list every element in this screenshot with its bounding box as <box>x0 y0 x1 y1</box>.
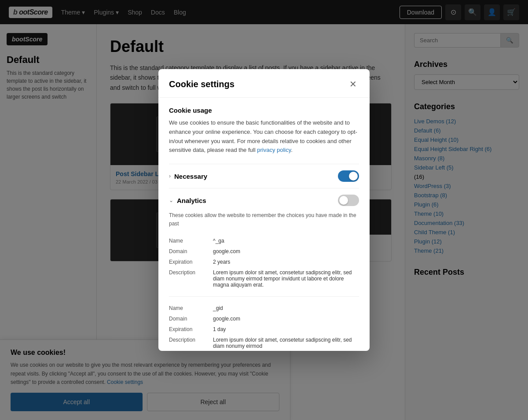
analytics-toggle[interactable] <box>338 195 359 206</box>
chevron-down-icon: ⌄ <box>169 197 173 203</box>
cookie-settings-modal: Cookie settings ✕ Cookie usage We use co… <box>158 69 370 351</box>
table-row: Name _gid <box>169 303 359 313</box>
privacy-policy-link[interactable]: privacy policy <box>257 147 291 153</box>
analytics-description: These cookies allow the website to remem… <box>169 211 359 228</box>
table-row: Description Lorem ipsum dolor sit amet, … <box>169 335 359 351</box>
necessary-accordion-header[interactable]: › Necessary <box>169 170 359 182</box>
table-row: Name ^_ga <box>169 236 359 246</box>
cookie-usage-text: We use cookies to ensure the basic funct… <box>169 118 359 155</box>
modal-title: Cookie settings <box>169 79 235 89</box>
cookie-domain-value: google.com <box>213 246 359 257</box>
table-row: Domain google.com <box>169 313 359 324</box>
cookie-table-ga: Name ^_ga Domain google.com Expiration 2… <box>169 236 359 290</box>
cookie-name-value: ^_ga <box>213 236 359 246</box>
cookie-desc-label: Description <box>169 335 213 351</box>
necessary-label-wrap: › Necessary <box>169 173 207 180</box>
cookie-expiration-value: 1 day <box>213 324 359 335</box>
cookie-name-label: Name <box>169 303 213 313</box>
chevron-right-icon: › <box>169 173 171 179</box>
necessary-section: › Necessary <box>169 164 359 188</box>
analytics-label: Analytics <box>177 197 206 204</box>
cookie-usage-title: Cookie usage <box>169 107 359 114</box>
cookie-table-gid: Name _gid Domain google.com Expiration 1… <box>169 303 359 351</box>
cookie-expiration-value: 2 years <box>213 257 359 267</box>
cookie-expiration-label: Expiration <box>169 257 213 267</box>
cookie-name-label: Name <box>169 236 213 246</box>
cookie-name-value: _gid <box>213 303 359 313</box>
modal-overlay: Cookie settings ✕ Cookie usage We use co… <box>0 0 528 420</box>
necessary-label: Necessary <box>174 173 207 180</box>
cookie-desc-label: Description <box>169 267 213 290</box>
analytics-section: ⌄ Analytics These cookies allow the webs… <box>169 188 359 351</box>
cookie-domain-value: google.com <box>213 313 359 324</box>
modal-close-button[interactable]: ✕ <box>347 78 359 90</box>
cookie-domain-label: Domain <box>169 246 213 257</box>
modal-header: Cookie settings ✕ <box>158 69 370 98</box>
necessary-toggle[interactable] <box>338 170 359 182</box>
table-row: Description Lorem ipsum dolor sit amet, … <box>169 267 359 290</box>
cookie-expiration-label: Expiration <box>169 324 213 335</box>
analytics-label-wrap: ⌄ Analytics <box>169 197 206 204</box>
table-row: Expiration 1 day <box>169 324 359 335</box>
cookie-desc-value: Lorem ipsum dolor sit amet, consetetur s… <box>213 335 359 351</box>
cookie-desc-value: Lorem ipsum dolor sit amet, consetetur s… <box>213 267 359 290</box>
analytics-accordion-header[interactable]: ⌄ Analytics <box>169 195 359 206</box>
table-row: Domain google.com <box>169 246 359 257</box>
table-row: Expiration 2 years <box>169 257 359 267</box>
modal-body: Cookie usage We use cookies to ensure th… <box>158 98 370 351</box>
cookie-domain-label: Domain <box>169 313 213 324</box>
